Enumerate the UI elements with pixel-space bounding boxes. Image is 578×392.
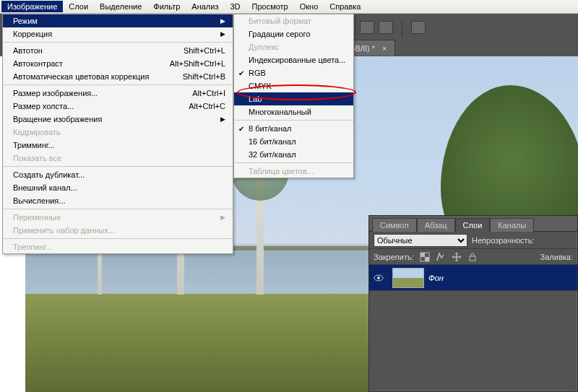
align-tool-2[interactable]	[360, 21, 374, 34]
menu-mode[interactable]: Режим▶	[3, 14, 233, 27]
menu-autocontrast[interactable]: АвтоконтрастAlt+Shift+Ctrl+L	[3, 57, 233, 70]
layers-list: Фон	[369, 265, 577, 291]
menu-apply-dataset: Применить набор данных...	[3, 224, 233, 237]
layer-row[interactable]: Фон	[369, 265, 577, 291]
menu-calculations[interactable]: Вычисления...	[3, 194, 233, 207]
mode-rgb[interactable]: ✔RGB	[234, 66, 353, 79]
svg-rect-1	[420, 253, 425, 257]
check-icon: ✔	[238, 69, 244, 77]
mode-multichannel[interactable]: Многоканальный	[234, 105, 353, 118]
svg-point-5	[377, 276, 380, 279]
menu-item-window[interactable]: Окно	[294, 1, 324, 12]
menubar: Изображение Слои Выделение Фильтр Анализ…	[0, 0, 578, 14]
toolbar-separator	[402, 21, 402, 37]
image-menu-dropdown: Режим▶ Коррекция▶ АвтотонShift+Ctrl+L Ав…	[2, 14, 233, 254]
menu-separator	[3, 84, 233, 85]
blend-mode-select[interactable]: Обычные	[374, 234, 467, 247]
lock-position-icon[interactable]	[452, 252, 462, 262]
align-tool-4[interactable]	[411, 21, 426, 34]
menu-autotone[interactable]: АвтотонShift+Ctrl+L	[3, 44, 233, 57]
chevron-right-icon: ▶	[218, 17, 225, 25]
mode-bitmap: Битовый формат	[234, 14, 353, 27]
menu-separator	[234, 120, 353, 121]
svg-rect-2	[425, 257, 429, 261]
tab-character[interactable]: Символ	[372, 218, 417, 232]
mode-16bit[interactable]: 16 бит/канал	[234, 135, 353, 148]
menu-variables: Переменные▶	[3, 211, 233, 224]
tab-paragraph[interactable]: Абзац	[417, 218, 455, 232]
menu-trim[interactable]: Тримминг...	[3, 139, 233, 152]
opacity-label: Непрозрачность:	[472, 236, 534, 245]
close-icon[interactable]: ×	[382, 44, 387, 53]
menu-item-selection[interactable]: Выделение	[94, 1, 147, 12]
chevron-right-icon: ▶	[218, 116, 225, 123]
menu-item-view[interactable]: Просмотр	[246, 1, 294, 12]
mode-lab[interactable]: Lab	[234, 92, 353, 105]
menu-separator	[3, 238, 233, 239]
mode-duotone: Дуплекс	[234, 40, 353, 53]
menu-canvas-size[interactable]: Размер холста...Alt+Ctrl+C	[3, 100, 233, 113]
check-icon: ✔	[238, 125, 244, 133]
lock-all-icon[interactable]	[467, 252, 478, 262]
menu-duplicate[interactable]: Создать дубликат...	[3, 168, 233, 181]
tab-layers[interactable]: Слои	[455, 218, 491, 232]
fill-label: Заливка:	[540, 253, 573, 261]
menu-adjustments[interactable]: Коррекция▶	[3, 27, 233, 40]
tab-channels[interactable]: Каналы	[490, 218, 534, 232]
mode-indexed[interactable]: Индексированные цвета...	[234, 53, 353, 66]
mode-submenu: Битовый формат Градации серого Дуплекс И…	[233, 14, 354, 178]
lock-label: Закрепить:	[374, 253, 414, 261]
layer-name[interactable]: Фон	[428, 274, 444, 282]
menu-crop: Кадрировать	[3, 126, 233, 139]
layer-thumbnail[interactable]	[392, 268, 424, 288]
mode-cmyk[interactable]: CMYK	[234, 79, 353, 92]
align-tool-3[interactable]	[379, 21, 393, 34]
layer-options-row: Обычные Непрозрачность:	[369, 232, 577, 249]
menu-autocolor[interactable]: Автоматическая цветовая коррекцияShift+C…	[3, 70, 233, 83]
panel-tabs: Символ Абзац Слои Каналы	[369, 216, 577, 232]
mode-color-table: Таблица цветов...	[234, 165, 353, 178]
menu-separator	[3, 209, 233, 209]
menu-separator	[234, 162, 353, 163]
menu-image-rotation[interactable]: Вращение изображения▶	[3, 113, 233, 126]
layers-panel: Символ Абзац Слои Каналы Обычные Непрозр…	[368, 215, 578, 392]
menu-separator	[3, 42, 233, 43]
menu-trap: Треппинг...	[3, 240, 233, 253]
menu-reveal-all: Показать все	[3, 152, 233, 165]
menu-item-layers[interactable]: Слои	[63, 1, 94, 12]
chevron-right-icon: ▶	[218, 214, 225, 221]
mode-8bit[interactable]: ✔8 бит/канал	[234, 122, 353, 135]
menu-separator	[3, 166, 233, 167]
svg-rect-3	[470, 256, 475, 261]
mode-grayscale[interactable]: Градации серого	[234, 27, 353, 40]
menu-item-filter[interactable]: Фильтр	[147, 1, 186, 12]
mode-32bit[interactable]: 32 бит/канал	[234, 148, 353, 161]
lock-transparency-icon[interactable]	[420, 252, 430, 262]
menu-item-analysis[interactable]: Анализ	[186, 1, 224, 12]
menu-item-help[interactable]: Справка	[324, 1, 366, 12]
eye-icon	[374, 273, 384, 283]
lock-row: Закрепить: Заливка:	[369, 249, 577, 265]
chevron-right-icon: ▶	[218, 30, 225, 38]
menu-image-size[interactable]: Размер изображения...Alt+Ctrl+I	[3, 87, 233, 100]
lock-pixels-icon[interactable]	[436, 252, 446, 262]
menu-item-image[interactable]: Изображение	[1, 1, 63, 12]
layer-visibility-toggle[interactable]	[369, 273, 388, 283]
menu-item-3d[interactable]: 3D	[224, 1, 246, 12]
menu-apply-image[interactable]: Внешний канал...	[3, 181, 233, 194]
